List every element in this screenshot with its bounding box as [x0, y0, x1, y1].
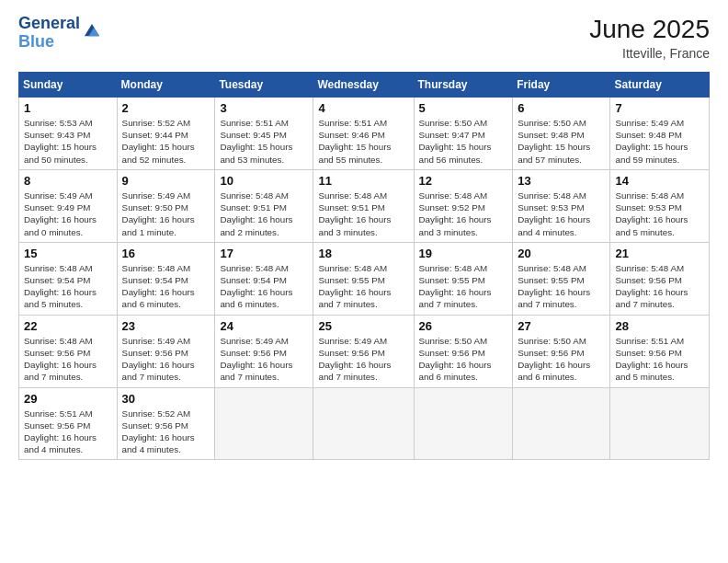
day-detail: Sunrise: 5:48 AM Sunset: 9:54 PM Dayligh… [24, 262, 112, 311]
day-detail: Sunrise: 5:48 AM Sunset: 9:55 PM Dayligh… [518, 262, 605, 311]
location: Itteville, France [589, 46, 710, 61]
day-detail: Sunrise: 5:49 AM Sunset: 9:56 PM Dayligh… [122, 335, 210, 384]
day-detail: Sunrise: 5:49 AM Sunset: 9:50 PM Dayligh… [122, 190, 210, 238]
calendar-cell: 13Sunrise: 5:48 AM Sunset: 9:53 PM Dayli… [513, 169, 610, 242]
calendar-cell: 2Sunrise: 5:52 AM Sunset: 9:44 PM Daylig… [117, 98, 215, 170]
logo-text: GeneralBlue [18, 15, 80, 52]
calendar-cell: 26Sunrise: 5:50 AM Sunset: 9:56 PM Dayli… [414, 315, 513, 387]
day-detail: Sunrise: 5:48 AM Sunset: 9:55 PM Dayligh… [318, 262, 408, 311]
day-number: 5 [419, 101, 508, 115]
day-number: 16 [122, 247, 210, 260]
day-detail: Sunrise: 5:48 AM Sunset: 9:52 PM Dayligh… [419, 190, 508, 238]
day-number: 19 [419, 247, 508, 260]
calendar-cell: 20Sunrise: 5:48 AM Sunset: 9:55 PM Dayli… [513, 242, 610, 315]
calendar-cell [313, 387, 414, 460]
col-wednesday: Wednesday [313, 73, 414, 98]
calendar-cell: 4Sunrise: 5:51 AM Sunset: 9:46 PM Daylig… [313, 98, 414, 170]
calendar-cell: 21Sunrise: 5:48 AM Sunset: 9:56 PM Dayli… [610, 242, 710, 315]
title-block: June 2025 Itteville, France [589, 15, 710, 61]
day-number: 27 [518, 319, 605, 333]
day-detail: Sunrise: 5:52 AM Sunset: 9:44 PM Dayligh… [122, 117, 210, 166]
day-number: 1 [24, 101, 112, 115]
calendar-week-4: 22Sunrise: 5:48 AM Sunset: 9:56 PM Dayli… [19, 315, 710, 387]
logo: GeneralBlue Blue [18, 15, 102, 52]
day-detail: Sunrise: 5:50 AM Sunset: 9:56 PM Dayligh… [419, 335, 508, 384]
day-number: 20 [518, 247, 605, 260]
calendar-cell: 19Sunrise: 5:48 AM Sunset: 9:55 PM Dayli… [414, 242, 513, 315]
calendar-cell: 18Sunrise: 5:48 AM Sunset: 9:55 PM Dayli… [313, 242, 414, 315]
day-detail: Sunrise: 5:53 AM Sunset: 9:43 PM Dayligh… [24, 117, 112, 166]
calendar-cell: 25Sunrise: 5:49 AM Sunset: 9:56 PM Dayli… [313, 315, 414, 387]
day-number: 11 [318, 174, 408, 188]
day-number: 10 [220, 174, 308, 188]
calendar-cell: 1Sunrise: 5:53 AM Sunset: 9:43 PM Daylig… [19, 98, 118, 170]
calendar-cell: 24Sunrise: 5:49 AM Sunset: 9:56 PM Dayli… [215, 315, 313, 387]
day-detail: Sunrise: 5:49 AM Sunset: 9:56 PM Dayligh… [318, 335, 408, 384]
day-detail: Sunrise: 5:48 AM Sunset: 9:53 PM Dayligh… [615, 190, 704, 238]
day-detail: Sunrise: 5:48 AM Sunset: 9:54 PM Dayligh… [122, 262, 210, 311]
calendar-cell: 11Sunrise: 5:48 AM Sunset: 9:51 PM Dayli… [313, 169, 414, 242]
day-number: 8 [24, 174, 112, 188]
day-detail: Sunrise: 5:51 AM Sunset: 9:56 PM Dayligh… [615, 335, 704, 384]
day-detail: Sunrise: 5:49 AM Sunset: 9:56 PM Dayligh… [220, 335, 308, 384]
calendar-header-row: Sunday Monday Tuesday Wednesday Thursday… [19, 73, 710, 98]
day-number: 22 [24, 319, 112, 333]
day-detail: Sunrise: 5:49 AM Sunset: 9:49 PM Dayligh… [24, 190, 112, 238]
calendar-cell: 9Sunrise: 5:49 AM Sunset: 9:50 PM Daylig… [117, 169, 215, 242]
calendar-cell: 16Sunrise: 5:48 AM Sunset: 9:54 PM Dayli… [117, 242, 215, 315]
day-number: 21 [615, 247, 704, 260]
calendar-cell: 15Sunrise: 5:48 AM Sunset: 9:54 PM Dayli… [19, 242, 118, 315]
day-number: 26 [419, 319, 508, 333]
col-monday: Monday [117, 73, 215, 98]
day-number: 9 [122, 174, 210, 188]
day-number: 3 [220, 101, 308, 115]
day-detail: Sunrise: 5:52 AM Sunset: 9:56 PM Dayligh… [122, 408, 210, 456]
day-detail: Sunrise: 5:50 AM Sunset: 9:47 PM Dayligh… [419, 117, 508, 166]
calendar-cell: 30Sunrise: 5:52 AM Sunset: 9:56 PM Dayli… [117, 387, 215, 460]
calendar: Sunday Monday Tuesday Wednesday Thursday… [18, 72, 710, 460]
calendar-cell: 12Sunrise: 5:48 AM Sunset: 9:52 PM Dayli… [414, 169, 513, 242]
day-number: 15 [24, 247, 112, 260]
day-detail: Sunrise: 5:51 AM Sunset: 9:46 PM Dayligh… [318, 117, 408, 166]
calendar-cell: 7Sunrise: 5:49 AM Sunset: 9:48 PM Daylig… [610, 98, 710, 170]
day-detail: Sunrise: 5:48 AM Sunset: 9:56 PM Dayligh… [24, 335, 112, 384]
day-detail: Sunrise: 5:48 AM Sunset: 9:54 PM Dayligh… [220, 262, 308, 311]
day-number: 2 [122, 101, 210, 115]
day-detail: Sunrise: 5:48 AM Sunset: 9:51 PM Dayligh… [220, 190, 308, 238]
day-detail: Sunrise: 5:48 AM Sunset: 9:51 PM Dayligh… [318, 190, 408, 238]
calendar-cell: 6Sunrise: 5:50 AM Sunset: 9:48 PM Daylig… [513, 98, 610, 170]
day-number: 6 [518, 101, 605, 115]
calendar-cell: 14Sunrise: 5:48 AM Sunset: 9:53 PM Dayli… [610, 169, 710, 242]
day-number: 13 [518, 174, 605, 188]
day-number: 12 [419, 174, 508, 188]
page: GeneralBlue Blue June 2025 Itteville, Fr… [0, 0, 728, 563]
day-detail: Sunrise: 5:51 AM Sunset: 9:45 PM Dayligh… [220, 117, 308, 166]
col-saturday: Saturday [610, 73, 710, 98]
month-year: June 2025 [589, 15, 710, 44]
day-number: 29 [24, 392, 112, 406]
calendar-cell: 3Sunrise: 5:51 AM Sunset: 9:45 PM Daylig… [215, 98, 313, 170]
calendar-cell [513, 387, 610, 460]
calendar-cell: 5Sunrise: 5:50 AM Sunset: 9:47 PM Daylig… [414, 98, 513, 170]
calendar-cell [414, 387, 513, 460]
col-sunday: Sunday [19, 73, 118, 98]
day-detail: Sunrise: 5:48 AM Sunset: 9:55 PM Dayligh… [419, 262, 508, 311]
calendar-week-3: 15Sunrise: 5:48 AM Sunset: 9:54 PM Dayli… [19, 242, 710, 315]
col-thursday: Thursday [414, 73, 513, 98]
day-detail: Sunrise: 5:50 AM Sunset: 9:48 PM Dayligh… [518, 117, 605, 166]
calendar-cell: 28Sunrise: 5:51 AM Sunset: 9:56 PM Dayli… [610, 315, 710, 387]
header: GeneralBlue Blue June 2025 Itteville, Fr… [18, 15, 710, 61]
day-number: 14 [615, 174, 704, 188]
day-number: 7 [615, 101, 704, 115]
calendar-cell: 23Sunrise: 5:49 AM Sunset: 9:56 PM Dayli… [117, 315, 215, 387]
calendar-cell: 29Sunrise: 5:51 AM Sunset: 9:56 PM Dayli… [19, 387, 118, 460]
day-number: 23 [122, 319, 210, 333]
col-tuesday: Tuesday [215, 73, 313, 98]
day-detail: Sunrise: 5:50 AM Sunset: 9:56 PM Dayligh… [518, 335, 605, 384]
day-number: 25 [318, 319, 408, 333]
calendar-cell: 10Sunrise: 5:48 AM Sunset: 9:51 PM Dayli… [215, 169, 313, 242]
calendar-cell [215, 387, 313, 460]
calendar-cell: 22Sunrise: 5:48 AM Sunset: 9:56 PM Dayli… [19, 315, 118, 387]
day-number: 4 [318, 101, 408, 115]
calendar-week-1: 1Sunrise: 5:53 AM Sunset: 9:43 PM Daylig… [19, 98, 710, 170]
